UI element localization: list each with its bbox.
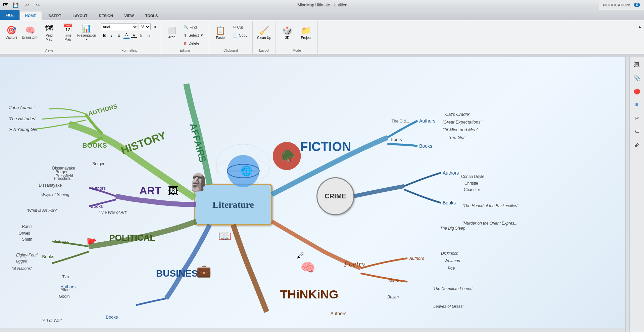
svg-text:🪖: 🪖 <box>281 149 296 163</box>
scissors-icon: ✂ <box>635 115 639 122</box>
svg-text:Authors: Authors <box>443 170 459 176</box>
delete-icon: 🗑 <box>184 41 187 45</box>
capture-button[interactable]: 🎯 Capture <box>3 22 20 43</box>
brush-panel-button[interactable]: 🖌 <box>631 139 643 151</box>
presentation-button[interactable]: 📊 Presentation ▾ <box>78 22 95 43</box>
tab-home[interactable]: HOME <box>19 11 42 20</box>
capture-label: Capture <box>5 36 17 40</box>
list-button[interactable]: ≡ <box>116 32 122 39</box>
tab-tools[interactable]: TOOLS <box>140 11 164 20</box>
ribbon-group-mode: 🎲 3D 📁 Project Mode <box>276 21 318 54</box>
effect2-button[interactable]: fx <box>145 32 152 39</box>
cleanup-button[interactable]: 🧹 Clean Up <box>255 22 273 43</box>
project-label: Project <box>301 36 311 40</box>
horizontal-scrollbar[interactable] <box>0 328 625 332</box>
svg-text:Authors: Authors <box>409 256 424 261</box>
tag-panel-button[interactable]: 🏷 <box>631 126 643 138</box>
vertical-scrollbar[interactable] <box>625 57 629 332</box>
svg-text:Authors: Authors <box>91 186 106 191</box>
attachment-panel-button[interactable]: 📎 <box>631 72 643 84</box>
svg-text:📖: 📖 <box>218 230 232 242</box>
font-color-button[interactable]: A <box>123 32 130 39</box>
right-panel: 🖼 📎 🔴 ≡ ✂ 🏷 🖌 <box>629 57 644 332</box>
size-select[interactable]: 28 <box>139 23 151 30</box>
project-icon: 📁 <box>301 26 311 35</box>
select-button[interactable]: 🖱 Select ▼ <box>181 32 206 39</box>
image-panel-button[interactable]: 🖼 <box>631 58 643 70</box>
font-row: Arial 28 ⚙ <box>101 23 158 30</box>
clipboard-group-label: Clipboard <box>212 48 250 54</box>
color-panel-button[interactable]: 🔴 <box>631 85 643 97</box>
copy-button[interactable]: 📄 Copy <box>231 32 250 39</box>
svg-text:🗿: 🗿 <box>188 172 209 192</box>
timemap-button[interactable]: 📅 Time Map <box>59 22 77 43</box>
tab-design[interactable]: DESIGN <box>93 11 118 20</box>
brainstorm-button[interactable]: 🧠 Brainstorm <box>21 22 39 43</box>
tab-insert[interactable]: INSERT <box>42 11 67 20</box>
redo-button[interactable]: ↪ <box>34 2 42 8</box>
ribbon-body: 🎯 Capture 🧠 Brainstorm 🗺 Mind Map 📅 Time… <box>0 20 644 54</box>
ribbon-collapse-button[interactable]: ▲ <box>636 23 644 30</box>
timemap-icon: 📅 <box>63 23 73 33</box>
3d-label: 3D <box>285 36 290 40</box>
area-icon: ⬜ <box>168 27 176 35</box>
image-icon: 🖼 <box>634 61 640 68</box>
svg-text:Orwell: Orwell <box>19 231 30 236</box>
svg-text:'The War of Art': 'The War of Art' <box>99 210 127 215</box>
canvas-area[interactable]: Literature HISTORY AUTHORS BOOKS 'John A… <box>0 57 644 332</box>
font-select[interactable]: Arial <box>101 23 138 30</box>
svg-text:Books: Books <box>106 315 118 320</box>
notifications-bar: NOTIFICATIONS 0 <box>599 0 644 10</box>
views-buttons: 🎯 Capture 🧠 Brainstorm 🗺 Mind Map 📅 Time… <box>3 21 95 48</box>
svg-text:'F A Young Girl': 'F A Young Girl' <box>9 127 38 132</box>
project-button[interactable]: 📁 Project <box>297 22 315 43</box>
effect-button[interactable]: fx <box>138 32 145 39</box>
svg-text:'Murder on the Orient Expres..: 'Murder on the Orient Expres... <box>463 221 517 226</box>
tab-view[interactable]: VIEW <box>119 11 140 20</box>
svg-text:'Great Expectations': 'Great Expectations' <box>443 120 482 125</box>
brush-icon: 🖌 <box>634 142 640 148</box>
area-button[interactable]: ⬜ Area <box>164 22 180 43</box>
app-icon: 🗺 <box>3 2 8 8</box>
svg-text:Literature: Literature <box>212 199 254 210</box>
svg-text:Works: Works <box>389 278 401 283</box>
3d-button[interactable]: 🎲 3D <box>279 22 296 43</box>
tab-layout[interactable]: LAYOUT <box>67 11 93 20</box>
brainstorm-icon: 🧠 <box>25 26 35 35</box>
svg-text:'Leaves of Grass': 'Leaves of Grass' <box>433 304 463 309</box>
svg-text:Authors: Authors <box>54 239 69 244</box>
tag-icon: 🏷 <box>634 129 640 135</box>
scissors-panel-button[interactable]: ✂ <box>631 112 643 124</box>
ribbon-tabs: FILE HOME INSERT LAYOUT DESIGN VIEW TOOL… <box>0 10 644 20</box>
svg-text:Authors: Authors <box>419 118 435 124</box>
tab-file[interactable]: FILE <box>0 10 19 20</box>
svg-text:Berger: Berger <box>92 161 104 166</box>
underline-button[interactable]: A <box>131 32 137 39</box>
ribbon-group-clipboard: 📋 Paste ✂ Cut 📄 Copy Clipboard <box>209 21 253 54</box>
app-title: iMindMap Ultimate - Untitled <box>297 3 347 7</box>
svg-text:Dissanayake: Dissanayake <box>39 183 62 188</box>
history-branch: HISTORY AUTHORS BOOKS 'John Adams' 'The … <box>9 103 195 198</box>
save-button[interactable]: 💾 <box>11 2 20 8</box>
mindmap-button[interactable]: 🗺 Mind Map <box>40 22 58 43</box>
delete-button[interactable]: 🗑 Delete <box>181 40 206 47</box>
cut-button[interactable]: ✂ Cut <box>231 23 250 31</box>
italic-button[interactable]: I <box>108 32 115 39</box>
find-button[interactable]: 🔍 Find <box>181 23 206 31</box>
political-branch: POLITICAL 🚩 Authors Rand Orwell Smith Bo… <box>12 221 196 271</box>
list-panel-button[interactable]: ≡ <box>631 99 643 111</box>
copy-label: Copy <box>239 33 248 37</box>
svg-text:Allen: Allen <box>60 287 69 292</box>
font-settings-button[interactable]: ⚙ <box>151 23 158 30</box>
timemap-label: Time Map <box>61 34 75 42</box>
bold-button[interactable]: B <box>101 32 108 39</box>
clipboard-buttons: 📋 Paste ✂ Cut 📄 Copy <box>212 21 250 48</box>
paste-button[interactable]: 📋 Paste <box>212 22 229 43</box>
svg-text:AFFAIRS: AFFAIRS <box>188 122 208 163</box>
undo-button[interactable]: ↩ <box>23 2 31 8</box>
svg-text:'Ways of Seeing': 'Ways of Seeing' <box>41 192 70 197</box>
presentation-icon: 📊 <box>82 23 92 33</box>
svg-text:'John Adams': 'John Adams' <box>9 105 35 110</box>
find-icon: 🔍 <box>184 25 188 30</box>
mindmap-svg: Literature HISTORY AUTHORS BOOKS 'John A… <box>0 57 644 332</box>
